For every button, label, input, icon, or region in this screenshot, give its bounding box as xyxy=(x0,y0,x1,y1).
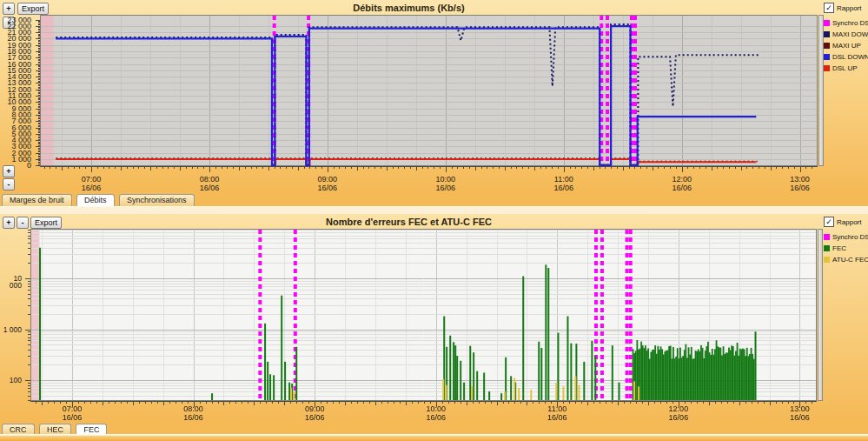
legend-label: MAXI UP xyxy=(832,42,861,50)
x-axis-label: 08:0016/06 xyxy=(169,404,218,422)
errors-tabbar: CRC HEC FEC xyxy=(0,423,868,434)
legend-swatch-maxi-up xyxy=(824,43,830,49)
debits-tabbar: Marges de bruit Débits Synchronisations xyxy=(0,193,868,206)
legend-item: DSL DOWN xyxy=(824,53,868,61)
legend-item: ATU-C FEC xyxy=(824,256,868,264)
tab-synchronisations[interactable]: Synchronisations xyxy=(119,194,195,206)
legend-label: Synchro DSL xyxy=(832,19,868,27)
x-axis-label: 12:0016/06 xyxy=(658,175,706,192)
y-axis-label: 10 000 xyxy=(0,275,22,289)
y-axis-label: 1 000 xyxy=(0,326,22,333)
x-axis-label: 13:0016/06 xyxy=(776,175,825,192)
legend-swatch-fec xyxy=(824,245,830,251)
tab-marges-de-bruit[interactable]: Marges de bruit xyxy=(2,194,72,206)
x-axis-label: 10:0016/06 xyxy=(421,175,470,192)
legend-item: Synchro DSL xyxy=(824,233,868,241)
legend-item: MAXI DOWN xyxy=(824,30,868,38)
debits-chart-title: Débits maximums (Kb/s) xyxy=(0,3,818,13)
legend-label: DSL DOWN xyxy=(832,53,868,61)
tab-debits[interactable]: Débits xyxy=(76,194,115,206)
debits-chart-panel: + Export - + - Débits maximums (Kb/s) ✓ … xyxy=(0,0,868,193)
y-axis-label: 23 000 xyxy=(0,17,31,23)
x-axis-label: 08:0016/06 xyxy=(185,175,234,192)
legend-swatch-atuc-fec xyxy=(824,257,830,263)
x-axis-label: 07:0016/06 xyxy=(67,175,116,192)
rapport-checkbox-debits[interactable]: ✓ xyxy=(824,3,834,13)
debits-legend: ✓ Rapport Synchro DSL MAXI DOWN MAXI UP … xyxy=(824,3,868,76)
legend-swatch-synchro-dsl xyxy=(824,20,830,26)
rapport-toggle[interactable]: ✓ Rapport xyxy=(824,217,868,227)
rapport-label: Rapport xyxy=(837,218,861,226)
legend-item: DSL UP xyxy=(824,64,868,72)
legend-item: MAXI UP xyxy=(824,42,868,50)
legend-item: Synchro DSL xyxy=(824,19,868,27)
legend-label: Synchro DSL xyxy=(832,233,868,241)
x-axis-label: 09:0016/06 xyxy=(303,175,352,192)
legend-label: DSL UP xyxy=(832,64,858,72)
fec-chart-canvas[interactable] xyxy=(23,229,817,408)
legend-swatch-synchro-dsl xyxy=(824,234,830,240)
x-axis-label: 09:0016/06 xyxy=(290,404,339,422)
fec-chart-panel: + - Export Nombre d'erreurs FEC et ATU-C… xyxy=(0,214,868,423)
zoom-out-button-debits-lower[interactable]: - xyxy=(3,178,15,190)
x-axis-label: 13:0016/06 xyxy=(775,404,824,422)
dsl-monitor-window: + Export - + - Débits maximums (Kb/s) ✓ … xyxy=(0,0,868,441)
fec-chart-title: Nombre d'erreurs FEC et ATU-C FEC xyxy=(0,217,818,227)
y-axis-label: 100 xyxy=(0,377,22,384)
legend-swatch-dsl-down xyxy=(824,54,830,60)
x-axis-label: 10:0016/06 xyxy=(412,404,461,422)
legend-swatch-dsl-up xyxy=(824,65,830,71)
x-axis-label: 11:0016/06 xyxy=(540,175,588,192)
legend-label: MAXI DOWN xyxy=(832,30,868,38)
rapport-label: Rapport xyxy=(837,4,861,12)
x-axis-label: 07:0016/06 xyxy=(48,404,96,422)
x-axis-label: 12:0016/06 xyxy=(654,404,703,422)
debits-chart-canvas[interactable] xyxy=(33,15,818,173)
fec-chart-scrollbar[interactable] xyxy=(818,229,823,401)
legend-swatch-maxi-down xyxy=(824,31,830,37)
legend-item: FEC xyxy=(824,244,868,252)
window-bottom-strip xyxy=(0,436,868,441)
rapport-checkbox-fec[interactable]: ✓ xyxy=(824,217,834,227)
legend-label: ATU-C FEC xyxy=(832,256,868,264)
rapport-toggle[interactable]: ✓ Rapport xyxy=(824,3,868,13)
legend-label: FEC xyxy=(832,244,846,252)
x-axis-label: 11:0016/06 xyxy=(533,404,581,422)
fec-legend: ✓ Rapport Synchro DSL FEC ATU-C FEC xyxy=(824,217,868,267)
